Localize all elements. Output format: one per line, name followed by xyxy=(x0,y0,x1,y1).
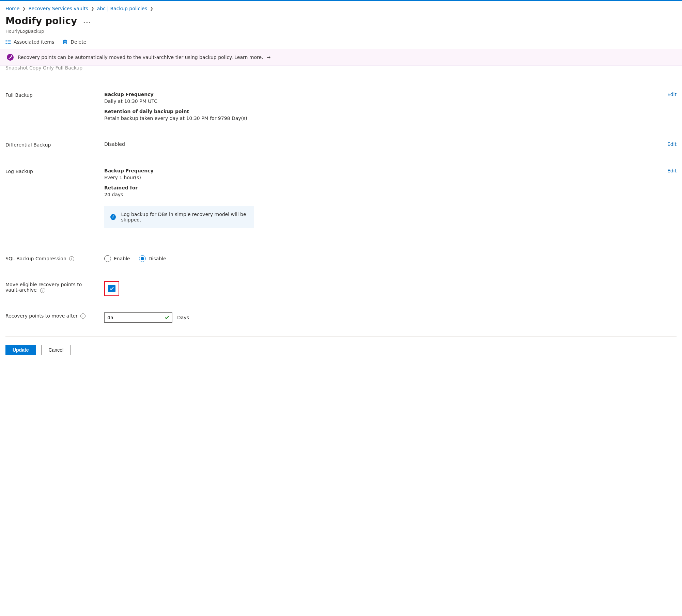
breadcrumb-policies[interactable]: abc | Backup policies xyxy=(97,6,147,11)
associated-items-button[interactable]: Associated items xyxy=(5,39,54,45)
compression-row: SQL Backup Compression i Enable Disable xyxy=(5,228,677,262)
more-actions-icon[interactable]: ··· xyxy=(83,19,91,26)
footer-actions: Update Cancel xyxy=(5,336,677,355)
differential-backup-row: Differential Backup Disabled Edit xyxy=(5,121,677,148)
full-backup-label: Full Backup xyxy=(5,92,104,98)
delete-button[interactable]: Delete xyxy=(62,39,86,45)
info-icon[interactable]: i xyxy=(80,313,86,319)
enable-label: Enable xyxy=(114,256,130,261)
full-frequency-value: Daily at 10:30 PM UTC xyxy=(104,98,656,104)
edit-differential-backup[interactable]: Edit xyxy=(667,141,677,147)
log-backup-info-box: i Log backup for DBs in simple recovery … xyxy=(104,206,254,228)
rocket-icon xyxy=(7,54,14,61)
toolbar: Associated items Delete xyxy=(5,34,677,49)
move-after-input-wrapper xyxy=(104,312,172,323)
compression-label: SQL Backup Compression i xyxy=(5,255,104,261)
differential-status: Disabled xyxy=(104,141,125,147)
log-backup-row: Log Backup Backup Frequency Every 1 hour… xyxy=(5,148,677,228)
log-retained-key: Retained for xyxy=(104,185,656,190)
page-container: Home ❯ Recovery Services vaults ❯ abc | … xyxy=(0,1,682,363)
info-icon[interactable]: i xyxy=(40,288,45,293)
breadcrumb-home[interactable]: Home xyxy=(5,6,19,11)
info-icon[interactable]: i xyxy=(69,256,74,261)
compression-radio-group: Enable Disable xyxy=(104,255,656,262)
move-after-row: Recovery points to move after i Days xyxy=(5,296,677,323)
full-retention-value: Retain backup taken every day at 10:30 P… xyxy=(104,115,656,121)
edit-log-backup[interactable]: Edit xyxy=(667,168,677,173)
move-after-unit: Days xyxy=(177,315,189,320)
differential-backup-label: Differential Backup xyxy=(5,141,104,148)
delete-label: Delete xyxy=(71,39,86,45)
arrow-right-icon: → xyxy=(267,55,271,60)
banner-text: Recovery points can be automatically mov… xyxy=(18,55,270,60)
trash-icon xyxy=(62,39,68,45)
chevron-right-icon: ❯ xyxy=(22,6,26,11)
archive-tier-banner[interactable]: Recovery points can be automatically mov… xyxy=(0,49,682,66)
cancel-button[interactable]: Cancel xyxy=(41,345,71,355)
title-row: Modify policy ··· xyxy=(5,13,677,27)
content-area: Snapshot Copy Only Full Backup Full Back… xyxy=(5,66,677,355)
disable-label: Disable xyxy=(149,256,166,261)
snapshot-copy-row-cropped: Snapshot Copy Only Full Backup xyxy=(5,66,677,71)
vault-archive-row: Move eligible recovery points to vault-a… xyxy=(5,262,677,296)
edit-full-backup[interactable]: Edit xyxy=(667,92,677,97)
vault-archive-checkbox-highlight xyxy=(104,281,119,296)
log-backup-info-text: Log backup for DBs in simple recovery mo… xyxy=(121,212,248,222)
breadcrumb-vaults[interactable]: Recovery Services vaults xyxy=(28,6,88,11)
check-icon xyxy=(165,315,169,320)
full-frequency-key: Backup Frequency xyxy=(104,92,656,97)
breadcrumb: Home ❯ Recovery Services vaults ❯ abc | … xyxy=(5,1,677,13)
page-title: Modify policy xyxy=(5,15,77,27)
log-frequency-key: Backup Frequency xyxy=(104,168,656,173)
vault-archive-label: Move eligible recovery points to vault-a… xyxy=(5,281,104,293)
chevron-right-icon: ❯ xyxy=(150,6,153,11)
move-after-input[interactable] xyxy=(107,315,155,320)
move-after-label: Recovery points to move after i xyxy=(5,312,104,319)
vault-archive-checkbox[interactable] xyxy=(108,285,115,292)
info-icon: i xyxy=(110,214,116,220)
svg-rect-6 xyxy=(64,41,67,44)
compression-enable-radio[interactable]: Enable xyxy=(104,255,130,262)
list-icon xyxy=(5,40,11,44)
policy-name-subtitle: HourlyLogBackup xyxy=(5,29,677,34)
log-retained-value: 24 days xyxy=(104,192,656,197)
chevron-right-icon: ❯ xyxy=(91,6,94,11)
full-retention-key: Retention of daily backup point xyxy=(104,109,656,114)
full-backup-row: Full Backup Backup Frequency Daily at 10… xyxy=(5,71,677,121)
update-button[interactable]: Update xyxy=(5,345,36,355)
associated-items-label: Associated items xyxy=(14,39,54,45)
snapshot-copy-label: Snapshot Copy Only Full Backup xyxy=(5,66,82,71)
compression-disable-radio[interactable]: Disable xyxy=(139,255,166,262)
log-frequency-value: Every 1 hour(s) xyxy=(104,175,656,180)
log-backup-label: Log Backup xyxy=(5,168,104,174)
